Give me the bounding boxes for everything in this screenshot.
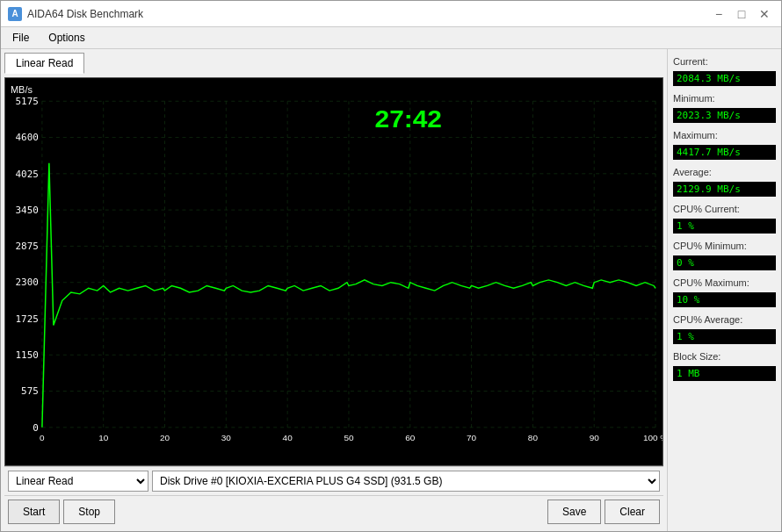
start-button[interactable]: Start [8,500,60,524]
svg-text:4025: 4025 [16,169,39,180]
right-stats-panel: Current: 2084.3 MB/s Minimum: 2023.3 MB/… [667,49,781,531]
maximum-label: Maximum: [673,130,776,140]
svg-text:0: 0 [40,433,45,442]
window-title: AIDA64 Disk Benchmark [27,8,143,20]
average-label: Average: [673,167,776,177]
block-size-value: 1 MB [673,366,776,381]
chart-svg: 5175 4600 4025 3450 2875 2300 1725 1150 … [5,78,663,465]
test-type-dropdown[interactable]: Linear Read [8,471,148,492]
cpu-maximum-value: 10 % [673,292,776,307]
cpu-current-value: 1 % [673,219,776,234]
cpu-minimum-label: CPU% Minimum: [673,241,776,251]
cpu-average-label: CPU% Average: [673,314,776,325]
svg-text:2875: 2875 [16,241,39,252]
svg-text:100 %: 100 % [643,433,663,442]
right-buttons: Save Clear [547,500,660,524]
stop-button[interactable]: Stop [63,500,115,524]
svg-text:30: 30 [221,433,231,442]
drive-dropdown[interactable]: Disk Drive #0 [KIOXIA-EXCERIA PLUS G4 SS… [152,471,660,492]
minimum-value: 2023.3 MB/s [673,108,776,123]
title-bar-left: A AIDA64 Disk Benchmark [8,7,143,21]
svg-text:60: 60 [405,433,415,442]
menu-bar: File Options [1,27,781,49]
content-area: Linear Read [1,49,781,531]
svg-text:1150: 1150 [16,349,39,361]
chart-container: 5175 4600 4025 3450 2875 2300 1725 1150 … [4,77,663,466]
maximize-button[interactable]: □ [732,4,751,24]
svg-text:90: 90 [590,433,599,442]
svg-text:80: 80 [528,433,538,442]
svg-text:3450: 3450 [16,205,39,216]
svg-rect-0 [5,78,663,465]
left-buttons: Start Stop [8,500,115,524]
block-size-label: Block Size: [673,351,776,362]
svg-text:5175: 5175 [16,96,39,107]
tab-linear-read[interactable]: Linear Read [4,53,84,74]
clear-button[interactable]: Clear [605,500,660,524]
svg-text:50: 50 [344,433,353,442]
minimize-button[interactable]: − [709,4,728,24]
svg-text:40: 40 [283,433,293,442]
close-button[interactable]: ✕ [755,4,774,24]
menu-options[interactable]: Options [40,29,92,47]
svg-text:MB/s: MB/s [11,84,33,95]
svg-text:575: 575 [21,386,39,398]
current-label: Current: [673,56,776,67]
cpu-minimum-value: 0 % [673,255,776,270]
cpu-maximum-label: CPU% Maximum: [673,277,776,288]
tab-bar: Linear Read [4,53,663,74]
save-button[interactable]: Save [547,500,601,524]
svg-text:2300: 2300 [16,277,39,289]
cpu-current-label: CPU% Current: [673,204,776,214]
current-value: 2084.3 MB/s [673,71,776,86]
window-controls: − □ ✕ [709,4,774,24]
menu-file[interactable]: File [4,29,37,47]
main-window: A AIDA64 Disk Benchmark − □ ✕ File Optio… [0,0,782,532]
svg-text:4600: 4600 [16,133,39,144]
svg-text:70: 70 [467,433,476,442]
title-bar: A AIDA64 Disk Benchmark − □ ✕ [1,1,781,27]
average-value: 2129.9 MB/s [673,182,776,197]
svg-text:10: 10 [98,433,108,442]
main-panel: Linear Read [1,49,667,531]
maximum-value: 4417.7 MB/s [673,145,776,160]
bottom-controls-row1: Linear Read Disk Drive #0 [KIOXIA-EXCERI… [4,466,663,495]
minimum-label: Minimum: [673,93,776,104]
bottom-buttons-row: Start Stop Save Clear [4,495,663,528]
cpu-average-value: 1 % [673,329,776,344]
svg-text:27:42: 27:42 [375,105,442,133]
svg-text:20: 20 [160,433,170,442]
app-icon: A [8,7,22,21]
svg-text:1725: 1725 [16,313,39,325]
svg-text:0: 0 [33,422,39,434]
